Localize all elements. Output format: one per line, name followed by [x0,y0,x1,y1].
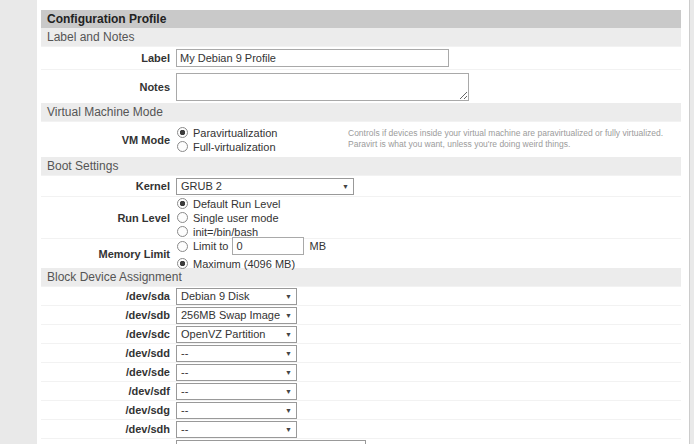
vm-mode-label: VM Mode [41,134,176,146]
dev-sdb-row: /dev/sdb 256MB Swap Image ▼ [41,305,681,324]
dev-sda-select[interactable]: Debian 9 Disk ▼ [176,288,297,305]
dev-sdc-label: /dev/sdc [41,328,176,340]
vm-mode-option-full-virtualization[interactable]: Full-virtualization [176,140,348,154]
single-user-mode-radio[interactable] [177,212,188,223]
kernel-select-value: GRUB 2 [181,180,222,192]
dev-sdh-select[interactable]: -- ▼ [176,421,297,438]
initrd-row: initrd -- No initrd -- ▼ [41,438,681,444]
paravirtualization-radio-label: Paravirtualization [193,127,277,139]
section-virtual-machine-mode: Virtual Machine Mode [41,103,681,121]
dev-sda-select-value: Debian 9 Disk [181,290,249,302]
dropdown-arrow-icon: ▼ [285,426,292,433]
dev-sde-select-value: -- [181,366,188,378]
default-run-level-radio-label: Default Run Level [193,198,280,210]
dev-sde-select[interactable]: -- ▼ [176,364,297,381]
dev-sdd-label: /dev/sdd [41,347,176,359]
dropdown-arrow-icon: ▼ [285,350,292,357]
dev-sdf-select[interactable]: -- ▼ [176,383,297,400]
vm-mode-help-line2: Paravirt is what you want, unless you're… [348,139,663,150]
dropdown-arrow-icon: ▼ [342,183,349,190]
initrd-select[interactable]: -- No initrd -- ▼ [176,440,366,444]
default-run-level-radio[interactable] [177,198,188,209]
vm-mode-option-paravirtualization[interactable]: Paravirtualization [176,126,348,140]
dev-sdd-select[interactable]: -- ▼ [176,345,297,362]
content-panel: Configuration Profile Label and Notes La… [37,0,690,444]
dev-sdd-select-value: -- [181,347,188,359]
section-label-and-notes: Label and Notes [41,28,681,46]
dropdown-arrow-icon: ▼ [285,388,292,395]
vm-mode-help-text: Controls if devices inside your virtual … [348,126,663,150]
label-field-label: Label [41,52,176,64]
kernel-select[interactable]: GRUB 2 ▼ [176,178,354,195]
notes-textarea[interactable] [176,73,469,101]
run-level-label: Run Level [41,212,176,224]
dev-sdg-label: /dev/sdg [41,404,176,416]
label-input[interactable] [176,49,449,67]
dev-sda-row: /dev/sda Debian 9 Disk ▼ [41,286,681,305]
dropdown-arrow-icon: ▼ [285,293,292,300]
vm-mode-row: VM Mode Paravirtualization Full-virtuali… [41,121,681,157]
run-level-option-single-user[interactable]: Single user mode [176,211,681,225]
run-level-option-default[interactable]: Default Run Level [176,197,681,211]
label-row: Label [41,46,681,69]
dev-sdc-select[interactable]: OpenVZ Partition ▼ [176,326,297,343]
dev-sde-label: /dev/sde [41,366,176,378]
dropdown-arrow-icon: ▼ [285,407,292,414]
dev-sdf-select-value: -- [181,385,188,397]
notes-field-label: Notes [41,81,176,93]
dev-sdh-select-value: -- [181,423,188,435]
dev-sdb-select-value: 256MB Swap Image [181,309,280,321]
dev-sdb-select[interactable]: 256MB Swap Image ▼ [176,307,297,324]
page-title: Configuration Profile [41,10,681,28]
dev-sdh-label: /dev/sdh [41,423,176,435]
notes-row: Notes [41,69,681,103]
full-virtualization-radio-label: Full-virtualization [193,141,276,153]
dev-sdg-row: /dev/sdg -- ▼ [41,400,681,419]
kernel-label: Kernel [41,180,176,192]
memory-limit-row: Memory Limit Limit to MB Maximum (4096 M… [41,238,681,268]
full-virtualization-radio[interactable] [177,141,188,152]
memory-limit-unit: MB [309,240,326,252]
page: Configuration Profile Label and Notes La… [0,0,694,444]
run-level-row: Run Level Default Run Level Single user … [41,196,681,238]
section-boot-settings: Boot Settings [41,157,681,175]
memory-limit-input[interactable] [232,237,304,255]
dev-sdb-label: /dev/sdb [41,309,176,321]
dropdown-arrow-icon: ▼ [285,331,292,338]
dev-sdg-select[interactable]: -- ▼ [176,402,297,419]
dev-sdg-select-value: -- [181,404,188,416]
memory-maximum-label: Maximum (4096 MB) [193,258,295,270]
paravirtualization-radio[interactable] [177,127,188,138]
dropdown-arrow-icon: ▼ [285,312,292,319]
memory-maximum-radio[interactable] [177,258,188,269]
dev-sdf-row: /dev/sdf -- ▼ [41,381,681,400]
memory-limit-to-radio[interactable] [177,241,188,252]
vm-mode-help-line1: Controls if devices inside your virtual … [348,128,663,139]
memory-limit-label: Memory Limit [41,248,176,260]
dev-sdc-select-value: OpenVZ Partition [181,328,265,340]
dev-sdf-label: /dev/sdf [41,385,176,397]
dev-sdd-row: /dev/sdd -- ▼ [41,343,681,362]
kernel-row: Kernel GRUB 2 ▼ [41,175,681,196]
dev-sdc-row: /dev/sdc OpenVZ Partition ▼ [41,324,681,343]
dev-sdh-row: /dev/sdh -- ▼ [41,419,681,438]
dev-sda-label: /dev/sda [41,290,176,302]
dropdown-arrow-icon: ▼ [285,369,292,376]
single-user-mode-radio-label: Single user mode [193,212,279,224]
memory-limit-to-label: Limit to [193,240,228,252]
dev-sde-row: /dev/sde -- ▼ [41,362,681,381]
